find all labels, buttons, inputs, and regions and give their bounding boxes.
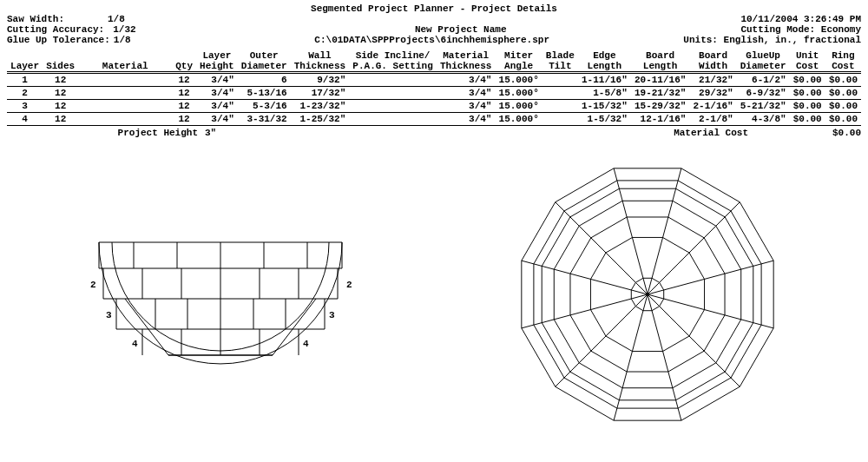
cell-blade_tilt <box>542 87 578 100</box>
svg-text:4: 4 <box>132 339 138 349</box>
cell-material <box>78 73 172 87</box>
cell-side_incline <box>349 100 437 113</box>
cutting-mode: Cutting Mode: Economy <box>740 24 861 35</box>
page-title: Segmented Project Planner - Project Deta… <box>7 3 861 14</box>
saw-width-value: 1/8 <box>108 14 125 24</box>
cell-outer_dia: 6 <box>238 73 291 87</box>
cell-board_wid: 29/32" <box>689 87 736 100</box>
cell-qty: 12 <box>172 100 196 113</box>
col-miter: MiterAngle <box>495 50 542 73</box>
cut-acc-value: 1/32 <box>113 24 135 35</box>
col-ring-cost: RingCost <box>825 50 861 73</box>
col-glueup-dia: GlueUpDiameter <box>737 50 790 73</box>
segments-table: Layer Sides Material Qty LayerHeight Out… <box>7 50 861 126</box>
cell-edge_len: 1-5/8" <box>578 87 631 100</box>
cell-layer: 2 <box>7 87 43 100</box>
cell-board_len: 20-11/16" <box>631 73 690 87</box>
cell-sides: 12 <box>43 87 78 100</box>
cell-unit_cost: $0.00 <box>790 73 825 87</box>
table-row: 412123/4"3-31/321-25/32"3/4"15.000°1-5/3… <box>7 113 861 126</box>
svg-text:2: 2 <box>90 280 96 290</box>
cell-miter_angle: 15.000° <box>495 73 542 87</box>
project-path: C:\01DATA\SPPProjects\6inchhemisphere.sp… <box>181 35 683 45</box>
project-name: New Project Name <box>181 24 740 35</box>
col-material: Material <box>78 50 172 73</box>
units: Units: English, in., fractional <box>683 35 861 45</box>
footer-row: Project Height 3" Material Cost $0.00 <box>7 128 861 138</box>
cell-outer_dia: 5-3/16 <box>238 100 291 113</box>
col-board-wid: BoardWidth <box>689 50 736 73</box>
cell-board_len: 15-29/32" <box>631 100 690 113</box>
svg-line-62 <box>652 168 681 278</box>
col-blade-tilt: BladeTilt <box>542 50 578 73</box>
col-wall-thk: WallThickness <box>291 50 350 73</box>
cell-side_incline <box>349 73 437 87</box>
material-cost-label: Material Cost <box>674 128 809 138</box>
cell-material <box>78 113 172 126</box>
cell-board_len: 19-21/32" <box>631 87 690 100</box>
cell-ring_cost: $0.00 <box>825 87 861 100</box>
cell-mat_thk: 3/4" <box>437 113 496 126</box>
table-row: 112123/4"69/32"3/4"15.000°1-11/16"20-11/… <box>7 73 861 87</box>
cell-miter_angle: 15.000° <box>495 87 542 100</box>
cell-sides: 12 <box>43 100 78 113</box>
cell-ring_cost: $0.00 <box>825 100 861 113</box>
cell-sides: 12 <box>43 73 78 87</box>
cell-mat_thk: 3/4" <box>437 73 496 87</box>
cell-edge_len: 1-15/32" <box>578 100 631 113</box>
cell-miter_angle: 15.000° <box>495 100 542 113</box>
cell-layer: 1 <box>7 73 43 87</box>
col-sides: Sides <box>43 50 78 73</box>
svg-line-56 <box>614 311 643 420</box>
cell-edge_len: 1-11/16" <box>578 73 631 87</box>
params-left: Saw Width:1/8 <box>7 14 181 24</box>
glue-tol-value: 1/8 <box>114 35 131 45</box>
cell-outer_dia: 5-13/16 <box>238 87 291 100</box>
svg-line-38 <box>273 299 316 355</box>
cut-acc-label: Cutting Accuracy: <box>7 24 104 35</box>
col-unit-cost: UnitCost <box>790 50 825 73</box>
table-row: 312123/4"5-3/161-23/32"3/4"15.000°1-15/3… <box>7 100 861 113</box>
cell-qty: 12 <box>172 87 196 100</box>
svg-line-61 <box>614 168 643 278</box>
cell-qty: 12 <box>172 73 196 87</box>
glue-tol-label: Glue Up Tolerance: <box>7 35 110 45</box>
cell-material <box>78 87 172 100</box>
cell-outer_dia: 3-31/32 <box>238 113 291 126</box>
cell-glueup_dia: 6-9/32" <box>737 87 790 100</box>
cell-mat_thk: 3/4" <box>437 100 496 113</box>
cell-layer_height: 3/4" <box>196 73 238 87</box>
cell-glueup_dia: 5-21/32" <box>737 100 790 113</box>
table-row: 212123/4"5-13/1617/32"3/4"15.000°1-5/8"1… <box>7 87 861 100</box>
cell-board_wid: 2-1/8" <box>689 113 736 126</box>
col-outer-dia: OuterDiameter <box>238 50 291 73</box>
svg-line-58 <box>522 299 631 328</box>
col-mat-thk: MaterialThickness <box>437 50 496 73</box>
svg-text:4: 4 <box>303 339 309 349</box>
cell-mat_thk: 3/4" <box>437 87 496 100</box>
cell-material <box>78 100 172 113</box>
cell-glueup_dia: 6-1/2" <box>737 73 790 87</box>
saw-width-label: Saw Width: <box>7 14 64 24</box>
cell-side_incline <box>349 113 437 126</box>
col-qty: Qty <box>172 50 196 73</box>
cell-qty: 12 <box>172 113 196 126</box>
cell-side_incline <box>349 87 437 100</box>
cell-blade_tilt <box>542 73 578 87</box>
side-view-diagram: 2 2 3 3 4 4 <box>82 216 359 373</box>
cell-edge_len: 1-5/32" <box>578 113 631 126</box>
project-height-value: 3" <box>205 128 257 138</box>
cell-miter_angle: 15.000° <box>495 113 542 126</box>
cell-layer_height: 3/4" <box>196 87 238 100</box>
top-view-diagram <box>509 155 786 433</box>
cell-wall_thk: 17/32" <box>291 87 350 100</box>
datetime: 10/11/2004 3:26:49 PM <box>740 14 861 24</box>
col-board-len: BoardLength <box>631 50 690 73</box>
cell-layer_height: 3/4" <box>196 113 238 126</box>
cell-unit_cost: $0.00 <box>790 113 825 126</box>
svg-line-55 <box>652 311 681 420</box>
svg-text:3: 3 <box>329 310 335 320</box>
cell-ring_cost: $0.00 <box>825 113 861 126</box>
cell-unit_cost: $0.00 <box>790 87 825 100</box>
svg-line-53 <box>664 299 773 328</box>
